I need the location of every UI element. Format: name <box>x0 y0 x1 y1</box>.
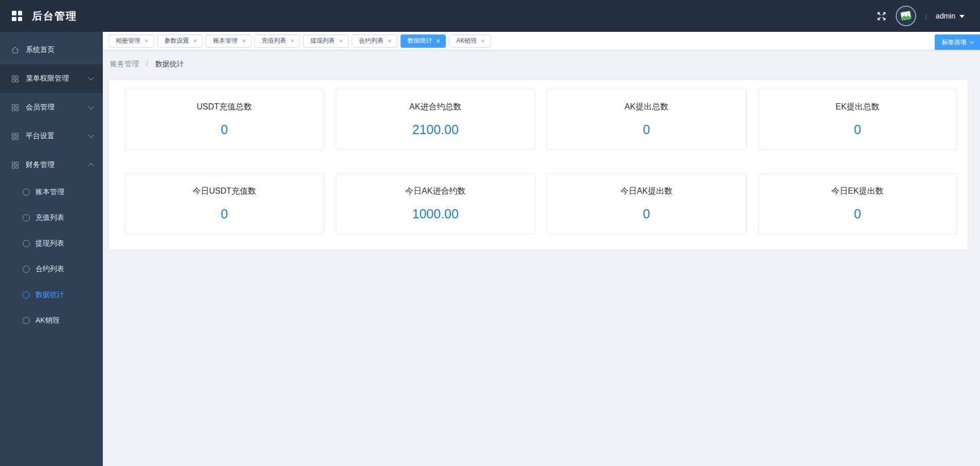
sidebar-item-system-home[interactable]: 系统首页 <box>0 35 103 64</box>
stat-card-value: 0 <box>547 122 746 137</box>
sidebar-item-label: 会员管理 <box>26 103 55 112</box>
home-icon <box>11 46 20 54</box>
tab-options-label: 标签选项 <box>942 38 967 47</box>
circle-icon <box>23 240 30 247</box>
tab-label: 账本管理 <box>213 36 238 45</box>
grid-logo-icon <box>12 11 22 21</box>
tab-label: 提现列表 <box>310 36 335 45</box>
sidebar-menu: 系统首页 菜单权限管理 会员管理 <box>0 32 103 333</box>
sidebar-subitem-label: 提现列表 <box>35 239 64 248</box>
circle-icon <box>23 214 30 221</box>
username: admin <box>936 12 955 20</box>
stat-card-value: 0 <box>758 122 957 137</box>
sidebar-item-platform-settings[interactable]: 平台设置 <box>0 122 103 151</box>
sidebar-subitem-label: 充值列表 <box>35 213 64 222</box>
stat-card-title: 今日AK进合约数 <box>336 186 535 197</box>
chevron-up-icon <box>88 163 94 169</box>
tab-parameter-settings[interactable]: 参数设置 × <box>157 34 203 48</box>
stats-panel: USDT充值总数 0 AK进合约总数 2100.00 AK提出总数 0 EK提出… <box>109 80 968 250</box>
stat-card-value: 0 <box>125 207 324 221</box>
brand: 后台管理 <box>12 9 77 23</box>
tab-label: 相册管理 <box>116 36 140 45</box>
fullscreen-icon[interactable] <box>876 11 887 22</box>
sidebar-subitem-label: AK销毁 <box>35 316 60 325</box>
stat-card-today-ak-contract: 今日AK进合约数 1000.00 <box>336 173 536 234</box>
tab-label: 参数设置 <box>165 36 189 45</box>
sidebar: 系统首页 菜单权限管理 会员管理 <box>0 32 103 466</box>
sidebar-subitem-ledger[interactable]: 账本管理 <box>0 179 103 205</box>
chevron-down-icon <box>88 132 94 138</box>
sidebar-subitem-contract-list[interactable]: 合约列表 <box>0 256 103 282</box>
sidebar-item-member-management[interactable]: 会员管理 <box>0 93 103 122</box>
stat-card-value: 0 <box>547 207 746 221</box>
grid-icon <box>11 132 20 141</box>
avatar-image-placeholder-icon <box>899 9 914 23</box>
tab-ak-destroy[interactable]: AK销毁 × <box>449 34 491 48</box>
tab-contract-list[interactable]: 合约列表 × <box>352 34 397 48</box>
circle-icon <box>23 266 30 273</box>
top-header: 后台管理 | <box>0 0 980 32</box>
circle-icon <box>23 291 30 299</box>
close-icon[interactable]: × <box>291 38 295 44</box>
user-menu[interactable]: admin <box>936 12 965 20</box>
sidebar-item-finance-management[interactable]: 财务管理 <box>0 151 103 179</box>
main-area: 相册管理 × 参数设置 × 账本管理 × 充值列表 × 提现列表 × 合约列表 … <box>103 32 980 466</box>
stat-card-usdt-recharge-total: USDT充值总数 0 <box>124 89 324 150</box>
tab-withdraw-list[interactable]: 提现列表 × <box>303 34 349 48</box>
sidebar-subitem-ak-destroy[interactable]: AK销毁 <box>0 308 103 333</box>
stat-card-today-ak-withdraw: 今日AK提出数 0 <box>547 173 747 234</box>
breadcrumb-current: 数据统计 <box>155 60 184 68</box>
sidebar-item-label: 菜单权限管理 <box>26 74 69 83</box>
grid-icon <box>11 74 20 83</box>
avatar[interactable] <box>896 6 916 26</box>
sidebar-subitem-recharge-list[interactable]: 充值列表 <box>0 205 103 231</box>
tab-label: 合约列表 <box>359 36 384 45</box>
stat-card-today-usdt-recharge: 今日USDT充值数 0 <box>124 173 324 234</box>
stat-card-value: 0 <box>125 122 324 137</box>
close-icon[interactable]: × <box>339 38 343 44</box>
grid-icon <box>11 161 20 170</box>
close-icon[interactable]: × <box>481 38 485 44</box>
tab-label: 数据统计 <box>408 36 432 45</box>
sidebar-item-label: 系统首页 <box>26 45 55 54</box>
stat-card-value: 1000.00 <box>336 207 535 221</box>
tab-label: AK销毁 <box>456 36 477 45</box>
grid-icon <box>11 103 20 112</box>
close-icon[interactable]: × <box>193 38 197 44</box>
header-right: | admin <box>876 6 965 26</box>
stat-card-ek-withdraw-total: EK提出总数 0 <box>758 89 958 150</box>
tab-bar: 相册管理 × 参数设置 × 账本管理 × 充值列表 × 提现列表 × 合约列表 … <box>103 32 980 50</box>
finance-submenu: 账本管理 充值列表 提现列表 合约列表 数据统计 AK销毁 <box>0 179 103 333</box>
tab-label: 充值列表 <box>262 36 286 45</box>
stat-card-value: 2100.00 <box>336 122 535 137</box>
stat-card-today-ek-withdraw: 今日EK提出数 0 <box>758 173 958 234</box>
stat-card-title: 今日AK提出数 <box>547 186 746 197</box>
sidebar-item-menu-permission[interactable]: 菜单权限管理 <box>0 64 103 93</box>
sidebar-subitem-label: 合约列表 <box>35 265 64 274</box>
stat-card-title: 今日EK提出数 <box>758 186 957 197</box>
stat-card-title: AK提出总数 <box>547 102 746 113</box>
sidebar-subitem-withdraw-list[interactable]: 提现列表 <box>0 231 103 256</box>
tab-ledger-management[interactable]: 账本管理 × <box>206 34 251 48</box>
chevron-down-icon <box>969 39 973 43</box>
stat-card-ak-withdraw-total: AK提出总数 0 <box>547 89 747 150</box>
caret-down-icon <box>959 15 965 18</box>
chevron-down-icon <box>88 74 94 80</box>
tab-options-button[interactable]: 标签选项 <box>935 34 980 50</box>
app-title: 后台管理 <box>32 9 77 23</box>
stat-card-title: USDT充值总数 <box>125 102 324 113</box>
close-icon[interactable]: × <box>242 38 246 44</box>
header-divider: | <box>925 12 927 20</box>
close-icon[interactable]: × <box>144 38 149 44</box>
tab-data-statistics[interactable]: 数据统计 × <box>401 34 446 48</box>
circle-icon <box>23 189 30 196</box>
tab-recharge-list[interactable]: 充值列表 × <box>255 34 300 48</box>
close-icon[interactable]: × <box>388 38 392 44</box>
sidebar-subitem-data-statistics[interactable]: 数据统计 <box>0 282 103 308</box>
breadcrumb-parent[interactable]: 账务管理 <box>110 60 139 68</box>
stat-card-value: 0 <box>758 207 957 221</box>
stat-card-ak-contract-total: AK进合约总数 2100.00 <box>336 89 536 150</box>
close-icon[interactable]: × <box>437 38 441 44</box>
sidebar-subitem-label: 数据统计 <box>35 290 64 300</box>
tab-album-management[interactable]: 相册管理 × <box>108 34 154 48</box>
